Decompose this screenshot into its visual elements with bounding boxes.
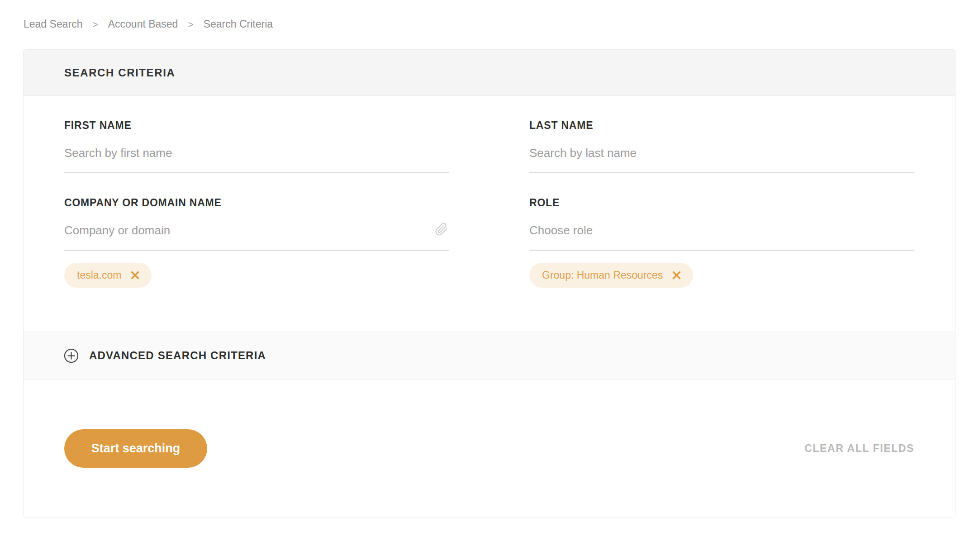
tag-role-group: Group: Human Resources (529, 263, 693, 288)
role-label: ROLE (529, 197, 914, 209)
breadcrumb-search-criteria[interactable]: Search Criteria (204, 18, 273, 30)
tag-label: Group: Human Resources (542, 269, 663, 281)
plus-circle-icon (63, 348, 79, 364)
breadcrumb: Lead Search > Account Based > Search Cri… (0, 0, 979, 30)
role-input[interactable] (529, 223, 914, 251)
breadcrumb-separator: > (92, 19, 98, 30)
advanced-search-label: ADVANCED SEARCH CRITERIA (89, 349, 266, 362)
company-domain-input[interactable] (64, 223, 449, 251)
last-name-label: LAST NAME (529, 119, 914, 132)
tag-remove-icon[interactable] (672, 271, 681, 280)
clear-all-fields-button[interactable]: CLEAR ALL FIELDS (804, 442, 914, 455)
company-domain-label: COMPANY OR DOMAIN NAME (64, 197, 449, 209)
last-name-input[interactable] (529, 146, 914, 173)
company-tags: tesla.com (64, 263, 449, 288)
search-criteria-card: SEARCH CRITERIA FIRST NAME LAST NAME COM… (23, 49, 955, 517)
breadcrumb-account-based[interactable]: Account Based (108, 18, 178, 30)
first-name-label: FIRST NAME (64, 119, 449, 132)
breadcrumb-separator: > (188, 19, 193, 30)
tag-remove-icon[interactable] (130, 271, 140, 280)
field-company-domain: COMPANY OR DOMAIN NAME tesla.com (64, 197, 449, 288)
role-tags: Group: Human Resources (529, 263, 914, 288)
card-title: SEARCH CRITERIA (64, 66, 175, 79)
fields-grid: FIRST NAME LAST NAME COMPANY OR DOMAIN N… (24, 96, 955, 332)
paperclip-icon[interactable] (435, 223, 448, 236)
card-header: SEARCH CRITERIA (24, 50, 955, 96)
tag-label: tesla.com (77, 269, 121, 281)
field-role: ROLE Group: Human Resources (529, 197, 914, 288)
advanced-search-toggle[interactable]: ADVANCED SEARCH CRITERIA (24, 332, 955, 380)
field-last-name: LAST NAME (529, 119, 914, 173)
card-actions: Start searching CLEAR ALL FIELDS (24, 380, 955, 517)
tag-company-domain: tesla.com (64, 263, 152, 288)
start-searching-button[interactable]: Start searching (64, 429, 207, 468)
field-first-name: FIRST NAME (64, 119, 449, 173)
breadcrumb-lead-search[interactable]: Lead Search (24, 18, 82, 30)
first-name-input[interactable] (64, 146, 449, 173)
